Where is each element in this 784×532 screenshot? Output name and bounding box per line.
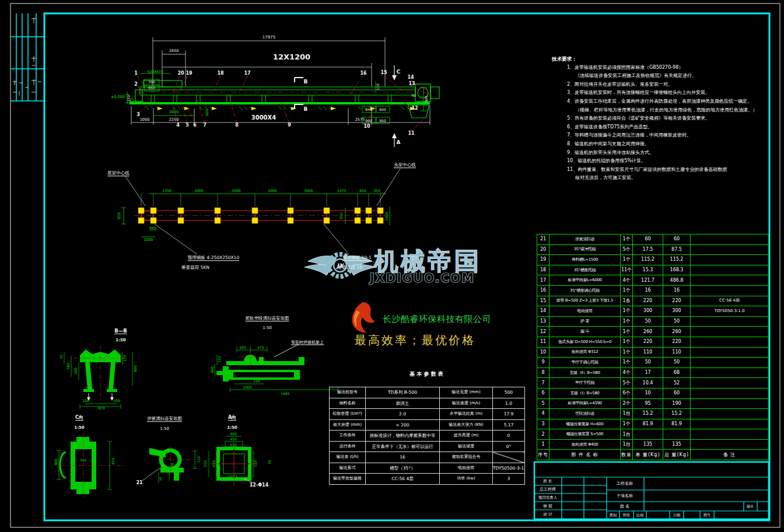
bom-header-row: 序号部 件 名 称数量单 重(Kg)总 重(Kg)备 注 — [537, 450, 769, 460]
bom-cell: 15.2 — [663, 409, 691, 419]
dim-label: 550 — [230, 432, 236, 436]
bom-cell: 121.7 — [633, 275, 663, 286]
part-name: 标准中间架L=6000 — [550, 275, 621, 286]
balloon: 8 — [235, 123, 239, 128]
tech-requirement-line: 1、皮带输送机安装必须按照国家标准（GB50270-98） — [552, 64, 753, 72]
bom-row: 11低式头架 D=500 H=550 b=01个220220 — [537, 337, 769, 347]
balloon: 12 — [411, 106, 418, 111]
bom-cell: 15.2 — [633, 409, 663, 419]
balloon: 18 — [217, 71, 223, 76]
tech-requirement-line: 7、导料槽与连接漏斗之间用法兰连接，中间用橡胶皮密封。 — [552, 131, 753, 140]
dim-label: 3000X4 — [251, 115, 276, 121]
bom-header-cell: 序号 — [537, 450, 550, 460]
dim-label: 3000 — [268, 189, 276, 192]
bom-cell: 190 — [663, 398, 691, 409]
dim-label: 870 — [98, 407, 104, 410]
param-label: 驱动装置组合号 — [440, 452, 493, 463]
bom-row: 10改向滚筒 Φ3121个110110 — [537, 347, 769, 358]
titleblock-label: 图别 — [610, 513, 617, 517]
bom-cell — [691, 265, 769, 275]
bom-row: 9平行下调心托辊1个5050 — [537, 358, 769, 368]
bom-row: 14电动滚筒1个300300TDY5050-3-1.0 — [537, 306, 769, 317]
dim-label: 110 — [376, 83, 380, 90]
bom-cell — [691, 388, 769, 398]
bom-row: 6支腿（I）B=5806个1060 — [537, 388, 769, 398]
titleblock-label: 阶段 — [623, 513, 630, 517]
bom-cell: 1个 — [621, 327, 633, 337]
titleblock-label: 日期 — [673, 513, 680, 517]
bom-cell: 1 — [537, 439, 550, 450]
company-flame-logo — [352, 302, 375, 332]
dim-label: 头架中心线 — [394, 163, 416, 167]
bom-cell: 50 — [633, 358, 663, 368]
titleblock-label: 图 名 — [620, 505, 629, 509]
dim-label: 2250 — [169, 118, 179, 122]
bom-cell: 1个 — [621, 316, 633, 327]
bom-cell: 4个 — [621, 368, 633, 378]
bom-row: 2螺旋拉紧装置 S=5001台 — [537, 429, 769, 440]
bom-row: 3螺旋拉紧尾架 H=6001个81.981.9 — [537, 419, 769, 429]
bom-cell: 5个 — [621, 378, 633, 388]
bom-cell: 110 — [633, 347, 663, 358]
dim-label: 500 — [80, 459, 87, 463]
bom-cell — [691, 368, 769, 378]
bom-cell: 21 — [537, 235, 550, 245]
bom-cell: 1个 — [621, 306, 633, 317]
dim-label: 110 — [197, 456, 201, 463]
dim-label: C向 — [75, 415, 83, 420]
bom-cell: 2 — [537, 429, 550, 440]
bom-cell: 50 — [633, 316, 663, 327]
dim-label: 75 — [160, 477, 163, 481]
part-name: 平行下调心托辊 — [550, 358, 621, 368]
bom-row: 17标准中间架L=60004个121.7486.8 — [537, 275, 769, 286]
bom-cell — [691, 255, 769, 265]
bom-row: 2035°缓冲托辊5个17.587.5 — [537, 244, 769, 255]
balloon: 14 — [407, 75, 414, 80]
param-value: 16 — [366, 452, 440, 463]
bom-cell: 5 — [537, 398, 550, 409]
dim-label: 308 — [171, 463, 174, 470]
part-name: 护 罩 — [550, 316, 621, 327]
dim-label: 900 — [54, 459, 58, 465]
dim-label: 600 — [205, 109, 209, 116]
bom-cell: 9 — [537, 358, 550, 368]
bom-cell: 1条 — [621, 296, 633, 306]
note: 垂直载荷 10 — [338, 265, 362, 270]
param-value: 1.0 — [493, 398, 525, 409]
bom-cell: 486.8 — [663, 275, 691, 286]
dim-label: 510 — [230, 443, 236, 447]
dim-label: 1:50 — [160, 427, 169, 431]
dim-label: 安装时焊接机架上 — [291, 341, 324, 345]
titleblock-label: 版次 — [747, 505, 754, 508]
dim-label: B—B — [114, 328, 127, 334]
bom-cell: 1个 — [621, 255, 633, 265]
dim-label: 250 — [253, 379, 260, 383]
bom-cell: 60 — [633, 235, 663, 245]
bom-cell: 220 — [633, 296, 663, 306]
param-label: 水平输送距离 (m) — [440, 409, 493, 420]
param-row: 物料名称膨润土输送速度 (m/s)1.0 — [330, 398, 525, 409]
param-value: TD系列 B-500 — [366, 387, 440, 398]
bom-cell: 19 — [537, 255, 550, 265]
param-value: 2.0 — [366, 409, 440, 420]
part-name: 空段清扫器 — [550, 409, 621, 419]
dim-label: 17975 — [262, 36, 275, 40]
param-value: 正常条件下（无水）都可以运行 — [366, 441, 440, 452]
dim-label: 1:50 — [116, 338, 125, 342]
balloon: 9 — [288, 123, 291, 128]
bom-cell: 260 — [633, 327, 663, 337]
part-name: 低式头架 D=500 H=550 b=0 — [550, 337, 621, 347]
balloon: 21 — [136, 481, 142, 485]
param-label: 运行条件 — [330, 441, 366, 452]
bom-cell: 16 — [663, 285, 691, 296]
bom-cell — [691, 327, 769, 337]
dim-label: 尾轮空段清扫器安装图 — [246, 316, 289, 321]
dim-label: 1350 — [162, 189, 171, 192]
bom-row: 15胶带 B=500 Z=3 上胶3 下胶1.51条220220CC-56 4层 — [537, 296, 769, 306]
dim-label: 600 — [211, 366, 214, 373]
part-name: 胶带 B=500 Z=3 上胶3 下胶1.5 — [550, 296, 621, 306]
param-label: 输送宽度 (mm) — [440, 387, 493, 398]
dim-label: 170X3 — [227, 475, 237, 479]
bom-cell — [691, 409, 769, 419]
spring-scraper-view — [142, 447, 197, 483]
